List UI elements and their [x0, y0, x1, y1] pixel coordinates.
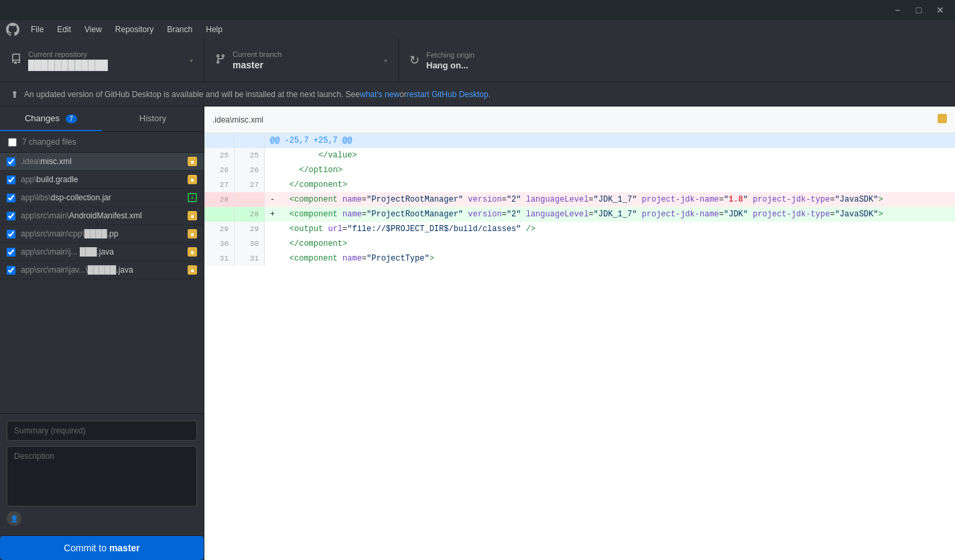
line-content: - <component name="ProjectRootManager" v… [265, 192, 955, 207]
file-checkbox[interactable] [7, 176, 15, 184]
diff-line-deleted: 28 - <component name="ProjectRootManager… [204, 192, 955, 207]
current-branch-section[interactable]: Current branch master ▾ [204, 39, 399, 82]
line-old-num: 27 [204, 178, 235, 192]
file-status-badge: ● [188, 175, 197, 184]
line-new-num: 27 [235, 178, 265, 192]
menu-bar: File Edit View Repository Branch Help [0, 20, 955, 39]
fetch-section[interactable]: ↻ Fetching origin Hang on... [399, 39, 955, 82]
repo-chevron-icon: ▾ [190, 57, 193, 64]
file-checkbox[interactable] [7, 157, 15, 166]
summary-input[interactable] [7, 421, 197, 441]
line-content: </component> [265, 236, 955, 251]
avatar: 👤 [7, 511, 21, 526]
menu-edit[interactable]: Edit [52, 23, 76, 36]
update-banner: ⬆ An updated version of GitHub Desktop i… [0, 82, 955, 107]
file-path: app\build.gradle [21, 175, 188, 184]
line-content: <output url="file://$PROJECT_DIR$/build/… [265, 222, 955, 236]
banner-text: An updated version of GitHub Desktop is … [24, 90, 360, 99]
diff-line-added: 28 + <component name="ProjectRootManager… [204, 207, 955, 222]
diff-line: 26 26 </option> [204, 163, 955, 178]
repo-icon [11, 54, 21, 68]
menu-view[interactable]: View [79, 23, 107, 36]
minimize-button[interactable]: − [888, 3, 907, 17]
menu-repository[interactable]: Repository [110, 23, 159, 36]
file-checkbox[interactable] [7, 248, 15, 257]
diff-filepath: .idea\misc.xml [212, 115, 263, 125]
menu-branch[interactable]: Branch [162, 23, 198, 36]
file-list: .idea\misc.xml ● app\build.gradle ● app\… [0, 153, 204, 413]
diff-line: 30 30 </component> [204, 236, 955, 251]
toolbar: Current repository ████████████ ▾ Curren… [0, 39, 955, 82]
current-repository-section[interactable]: Current repository ████████████ ▾ [0, 39, 204, 82]
restore-button[interactable]: □ [909, 3, 928, 17]
hunk-content: @@ -25,7 +25,7 @@ [265, 133, 955, 148]
window-controls: − □ ✕ [888, 3, 950, 17]
tab-changes-label: Changes [25, 113, 60, 123]
branch-chevron-icon: ▾ [384, 57, 387, 64]
file-path: app\src\main\cpp\████.pp [21, 229, 188, 238]
tab-changes[interactable]: Changes 7 [0, 107, 102, 131]
commit-button[interactable]: Commit to master [0, 536, 204, 560]
sidebar-tabs: Changes 7 History [0, 107, 204, 132]
diff-filepath-dir: .idea\ [212, 115, 232, 125]
file-path: app\src\main\jav...\█████.java [21, 265, 188, 275]
diff-content[interactable]: @@ -25,7 +25,7 @@ 25 25 </value> 26 26 <… [204, 133, 955, 560]
list-item[interactable]: .idea\misc.xml ● [0, 153, 204, 171]
file-status-badge: ● [188, 265, 197, 275]
line-new-num: 29 [235, 222, 265, 236]
file-path: app\src\main\AndroidManifest.xml [21, 211, 188, 220]
close-button[interactable]: ✕ [931, 3, 950, 17]
update-icon: ⬆ [11, 89, 19, 100]
line-new-num: 31 [235, 251, 265, 266]
line-content: </value> [265, 148, 955, 163]
menu-help[interactable]: Help [200, 23, 228, 36]
list-item[interactable]: app\libs\dsp-collection.jar + [0, 189, 204, 207]
tab-history[interactable]: History [102, 107, 204, 131]
description-input[interactable] [7, 446, 197, 506]
file-status-badge: ● [188, 211, 197, 220]
branch-text-group: Current branch master [233, 50, 384, 70]
fetch-icon: ↻ [409, 53, 420, 68]
branch-label: Current branch [233, 50, 384, 58]
line-old-num: 25 [204, 148, 235, 163]
commit-section: 👤 [0, 413, 204, 535]
repo-text-group: Current repository ████████████ [28, 50, 190, 70]
select-all-checkbox[interactable] [8, 138, 17, 147]
diff-line: 25 25 </value> [204, 148, 955, 163]
line-old-num: 28 [204, 192, 235, 207]
line-old-num: 26 [204, 163, 235, 178]
file-checkbox[interactable] [7, 230, 15, 238]
line-old-num: 31 [204, 251, 235, 266]
line-content: </option> [265, 163, 955, 178]
diff-line: 27 27 </component> [204, 178, 955, 192]
line-content: </component> [265, 178, 955, 192]
restart-link[interactable]: restart GitHub Desktop [407, 90, 489, 99]
file-checkbox[interactable] [7, 194, 15, 202]
fetch-label: Fetching origin [426, 51, 944, 59]
diff-filepath-file: misc.xml [232, 115, 263, 125]
line-old-num: 30 [204, 236, 235, 251]
list-item[interactable]: app\src\main\j... ███.java ● [0, 243, 204, 261]
repo-label: Current repository [28, 50, 190, 58]
file-checkbox[interactable] [7, 212, 15, 220]
hunk-new-num [235, 133, 265, 148]
file-status-badge: ● [188, 229, 197, 238]
whats-new-link[interactable]: what's new [360, 90, 399, 99]
list-item[interactable]: app\build.gradle ● [0, 171, 204, 189]
line-new-num: 26 [235, 163, 265, 178]
diff-area: .idea\misc.xml @@ -25,7 +25,7 @@ 25 25 <… [204, 107, 955, 560]
list-item[interactable]: app\src\main\jav...\█████.java ● [0, 261, 204, 279]
file-status-badge: ● [188, 247, 197, 257]
hunk-old-num [204, 133, 235, 148]
list-item[interactable]: app\src\main\cpp\████.pp ● [0, 225, 204, 243]
line-new-num: 30 [235, 236, 265, 251]
diff-line: 31 31 <component name="ProjectType"> [204, 251, 955, 266]
app-logo [5, 22, 20, 37]
menu-file[interactable]: File [25, 23, 49, 36]
line-new-num [235, 192, 265, 207]
file-checkbox[interactable] [7, 266, 15, 275]
list-item[interactable]: app\src\main\AndroidManifest.xml ● [0, 207, 204, 225]
file-path: app\src\main\j... ███.java [21, 247, 188, 257]
changed-files-count: 7 changed files [22, 137, 76, 147]
file-status-badge: + [188, 193, 197, 202]
